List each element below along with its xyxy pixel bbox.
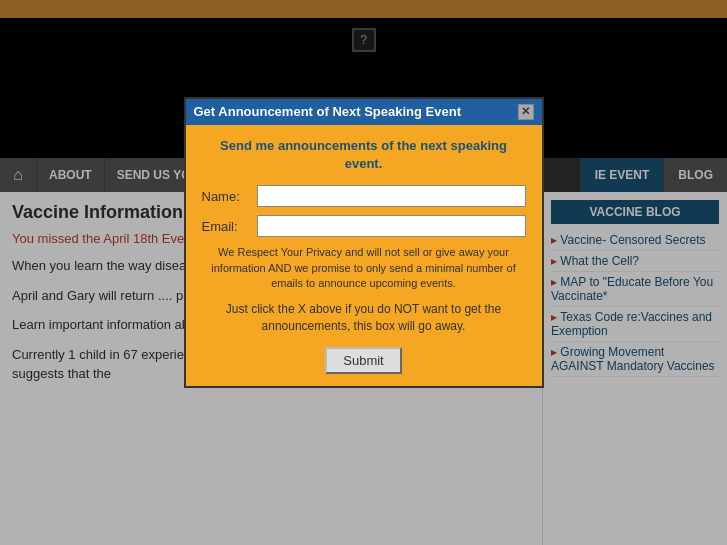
email-input[interactable] <box>257 215 526 237</box>
modal-overlay[interactable]: Get Announcement of Next Speaking Event … <box>0 0 727 545</box>
submit-button[interactable]: Submit <box>325 347 401 374</box>
name-row: Name: <box>202 185 526 207</box>
modal-titlebar: Get Announcement of Next Speaking Event … <box>186 99 542 125</box>
modal-title: Get Announcement of Next Speaking Event <box>194 104 462 119</box>
privacy-text: We Respect Your Privacy and will not sel… <box>202 245 526 291</box>
email-row: Email: <box>202 215 526 237</box>
email-label: Email: <box>202 219 257 234</box>
name-input[interactable] <box>257 185 526 207</box>
modal-body: Send me announcements of the next speaki… <box>186 125 542 386</box>
name-label: Name: <box>202 189 257 204</box>
announcement-modal: Get Announcement of Next Speaking Event … <box>184 97 544 388</box>
modal-close-button[interactable]: ✕ <box>518 104 534 120</box>
dismiss-text: Just click the X above if you do NOT wan… <box>202 301 526 335</box>
modal-headline: Send me announcements of the next speaki… <box>202 137 526 173</box>
